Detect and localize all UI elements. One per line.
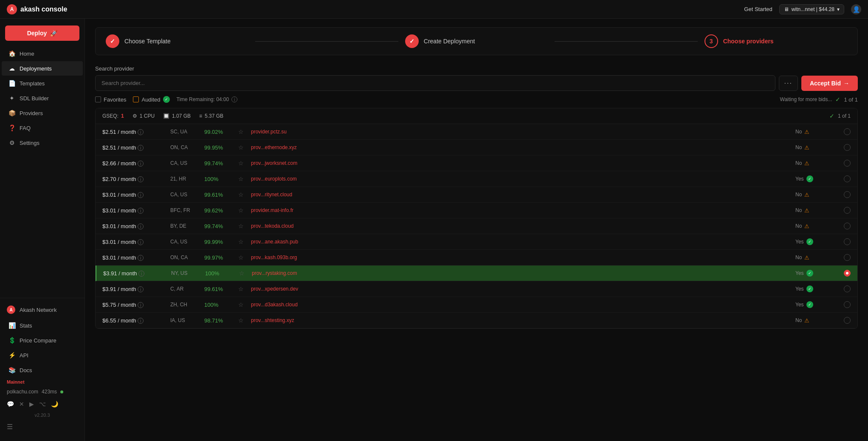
star-icon[interactable]: ☆ [238, 254, 251, 261]
table-row[interactable]: $3.91 / month i NY, US 100% ☆ prov...rys… [96, 266, 857, 281]
table-row[interactable]: $3.01 / month i BFC, FR 99.62% ☆ provide… [96, 203, 857, 218]
provider-select[interactable] [838, 270, 851, 277]
favorites-filter[interactable]: Favorites [95, 96, 126, 103]
providers-icon: 📦 [8, 110, 15, 116]
provider-uptime: 99.95% [204, 144, 238, 151]
star-icon[interactable]: ☆ [238, 128, 251, 135]
accept-bid-button[interactable]: Accept Bid → [801, 76, 858, 91]
table-row[interactable]: $2.70 / month i 21, HR 100% ☆ prov...eur… [96, 171, 857, 187]
sdl-icon: ✦ [8, 95, 15, 102]
star-icon[interactable]: ☆ [238, 207, 251, 214]
provider-select[interactable] [838, 144, 851, 151]
youtube-icon[interactable]: ▶ [29, 401, 34, 407]
table-row[interactable]: $6.55 / month i IA, US 98.71% ☆ prov...s… [96, 313, 857, 328]
sidebar-item-settings[interactable]: ⚙ Settings [2, 136, 83, 150]
sidebar-item-home[interactable]: 🏠 Home [2, 46, 83, 61]
discord-icon[interactable]: 💬 [7, 401, 14, 407]
collapse-sidebar-button[interactable]: ☰ [0, 419, 85, 434]
provider-location: IA, US [170, 317, 204, 323]
price-info-icon: i [138, 176, 144, 182]
more-options-button[interactable]: ··· [779, 76, 798, 91]
provider-select[interactable] [838, 286, 851, 292]
table-row[interactable]: $2.51 / month i ON, CA 99.95% ☆ prov...e… [96, 140, 857, 155]
favorites-checkbox[interactable] [95, 96, 101, 102]
table-row[interactable]: $5.75 / month i ZH, CH 100% ☆ prov...d3a… [96, 297, 857, 313]
provider-price: $3.01 / month i [102, 192, 170, 198]
provider-select[interactable] [838, 128, 851, 135]
provider-audited: No⚠ [795, 129, 838, 135]
sidebar-item-deployments[interactable]: ☁ Deployments [2, 61, 83, 76]
provider-select[interactable] [838, 223, 851, 229]
deploy-button[interactable]: Deploy 🚀 [5, 25, 79, 41]
provider-audited: No⚠ [795, 144, 838, 151]
logo-text: akash console [20, 6, 67, 13]
star-icon[interactable]: ☆ [239, 270, 252, 277]
time-info-icon: i [231, 96, 237, 102]
warning-icon: ⚠ [804, 254, 809, 261]
audited-filter[interactable]: Audited ✓ [133, 96, 169, 103]
sidebar-item-label: Providers [20, 110, 43, 116]
provider-audited: Yes✓ [795, 286, 838, 292]
step-2-label: Create Deployment [424, 38, 475, 45]
storage-badge: ≡ 5.37 GB [199, 113, 223, 119]
provider-select[interactable] [838, 238, 851, 245]
star-icon[interactable]: ☆ [238, 301, 251, 308]
yes-label: Yes [795, 270, 804, 276]
provider-select[interactable] [838, 301, 851, 308]
star-icon[interactable]: ☆ [238, 144, 251, 151]
table-row[interactable]: $3.91 / month i C, AR 99.61% ☆ prov...xp… [96, 281, 857, 297]
sidebar-item-providers[interactable]: 📦 Providers [2, 106, 83, 120]
provider-price: $2.51 / month i [102, 129, 170, 135]
provider-select[interactable] [838, 317, 851, 324]
price-info-icon: i [138, 223, 144, 229]
star-icon[interactable]: ☆ [238, 191, 251, 198]
search-input[interactable] [95, 75, 775, 91]
table-row[interactable]: $3.01 / month i CA, US 99.61% ☆ prov...r… [96, 187, 857, 203]
sidebar-item-price-compare[interactable]: 💲 Price Compare [2, 333, 83, 348]
star-icon[interactable]: ☆ [238, 286, 251, 292]
audited-checkbox[interactable] [133, 96, 139, 102]
wallet-button[interactable]: 🖥 witn...nnet | $44.28 ▾ [779, 4, 844, 14]
star-icon[interactable]: ☆ [238, 175, 251, 182]
no-label: No [795, 160, 802, 166]
get-started-link[interactable]: Get Started [744, 6, 772, 12]
price-info-icon: i [138, 129, 144, 135]
sidebar-bottom: A Akash Network 📊 Stats 💲 Price Compare … [0, 298, 85, 438]
sidebar-item-stats[interactable]: 📊 Stats [2, 318, 83, 333]
twitter-icon[interactable]: ✕ [19, 401, 24, 407]
polkachu-status: polkachu.com 423ms [0, 386, 85, 397]
provider-select[interactable] [838, 175, 851, 182]
star-icon[interactable]: ☆ [238, 223, 251, 229]
table-row[interactable]: $2.66 / month i CA, US 99.74% ☆ prov...j… [96, 155, 857, 171]
no-label: No [795, 317, 802, 323]
user-icon[interactable]: 👤 [851, 4, 861, 14]
favorites-label: Favorites [104, 96, 126, 103]
table-row[interactable]: $3.01 / month i BY, DE 99.74% ☆ prov...t… [96, 218, 857, 234]
provider-url: prov...xpedersen.dev [251, 286, 795, 292]
star-icon[interactable]: ☆ [238, 160, 251, 167]
table-row[interactable]: $2.51 / month i SC, UA 99.02% ☆ provider… [96, 124, 857, 140]
sidebar-item-faq[interactable]: ❓ FAQ [2, 121, 83, 135]
sidebar-item-api[interactable]: ⚡ API [2, 348, 83, 362]
provider-select[interactable] [838, 254, 851, 261]
template-icon: 📄 [8, 80, 15, 87]
sidebar-item-sdl-builder[interactable]: ✦ SDL Builder [2, 91, 83, 105]
table-row[interactable]: $3.01 / month i ON, CA 99.97% ☆ prov...k… [96, 250, 857, 266]
provider-location: CA, US [170, 192, 204, 198]
star-icon[interactable]: ☆ [238, 317, 251, 324]
provider-select[interactable] [838, 191, 851, 198]
radio-icon [844, 254, 851, 261]
star-icon[interactable]: ☆ [238, 238, 251, 245]
moon-icon[interactable]: 🌙 [51, 401, 58, 407]
github-icon[interactable]: ⌥ [39, 401, 46, 407]
provider-url: prov...kash.093b.org [251, 254, 795, 260]
provider-select[interactable] [838, 207, 851, 214]
faq-icon: ❓ [8, 124, 15, 131]
provider-uptime: 99.74% [204, 160, 238, 167]
warning-icon: ⚠ [804, 144, 809, 151]
provider-select[interactable] [838, 160, 851, 167]
sidebar-item-docs[interactable]: 📚 Docs [2, 363, 83, 377]
sidebar-item-templates[interactable]: 📄 Templates [2, 76, 83, 90]
table-row[interactable]: $3.01 / month i CA, US 99.99% ☆ prov...a… [96, 234, 857, 250]
sidebar-item-akash-network[interactable]: A Akash Network [0, 302, 85, 318]
